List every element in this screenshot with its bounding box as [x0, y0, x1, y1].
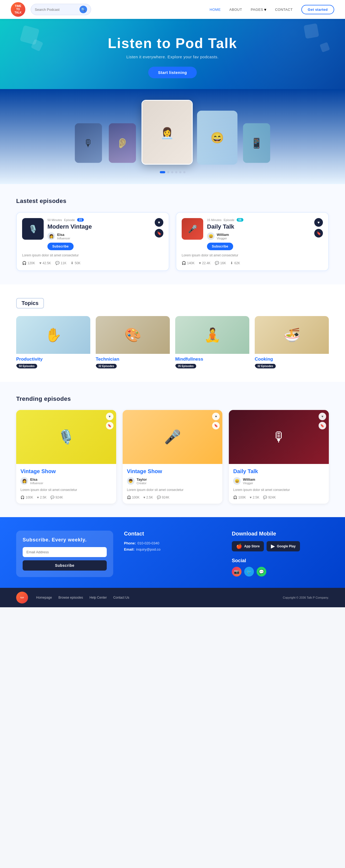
trending-thumb-2: 🎤 ♥ 🔖: [123, 410, 222, 464]
footer-subscribe-button[interactable]: Subscribe: [23, 560, 107, 570]
stat-listen-val-2: 140K: [187, 261, 195, 265]
trending-bookmark-btn-1[interactable]: 🔖: [106, 422, 113, 429]
trending-author-name-3: William: [243, 477, 255, 482]
episodes-grid: 🎙️ 50 Minutes Episode 15 Modern Vintage …: [16, 212, 329, 271]
footer-phone-val: 010-020-0340: [137, 541, 159, 545]
episode-card-2: 🎤 15 Minutes Episode 56 Daily Talk 😄 Wil…: [176, 212, 329, 271]
trending-avatar-1: 👩: [21, 477, 28, 485]
google-play-button[interactable]: ▶ Google Play: [267, 541, 300, 551]
bottom-bar: T2T Homepage Browse episodes Help Center…: [0, 588, 345, 607]
search-button[interactable]: 🔍: [79, 6, 87, 13]
trending-bookmark-btn-2[interactable]: 🔖: [212, 422, 220, 429]
episode-label-1: Episode: [64, 218, 75, 222]
footer-subscribe-title: Subscribe. Every weekly.: [23, 537, 107, 543]
bottom-link-contact[interactable]: Contact Us: [113, 596, 129, 599]
trending-author-role-1: Influencer: [30, 482, 43, 485]
host-card-candice[interactable]: 👩‍💼 Candice ✓ Storytelling Business: [141, 100, 193, 165]
trending-stats-3: 🎧 100K ♥ 2.5K 💬 924K: [233, 496, 324, 499]
trending-desc-2: Lorem ipsum dolor sit amet consectetur: [127, 488, 218, 492]
topic-card-technician[interactable]: 🎨 Technician 32 Episodes: [96, 316, 170, 368]
bottom-link-homepage[interactable]: Homepage: [36, 596, 52, 599]
dot-4[interactable]: [175, 171, 177, 173]
stat-download-val-1: 50K: [75, 261, 80, 265]
topic-card-cooking[interactable]: 🍜 Cooking 32 Episodes: [255, 316, 329, 368]
subscribe-button-1[interactable]: Subscribe: [47, 243, 74, 250]
app-store-button[interactable]: 🍎 App Store: [232, 541, 264, 551]
trending-card-3: 🎙 ♥ 🔖 Daily Talk 😄 William Vlogger Lorem…: [229, 410, 329, 504]
app-store-label: App Store: [244, 545, 260, 548]
trending-content-1: Vintage Show 👩 Elsa Influencer Lorem ips…: [16, 464, 116, 504]
trending-bookmark-btn-3[interactable]: 🔖: [319, 422, 326, 429]
trend-stat-3b: ♥ 2.5K: [250, 496, 259, 499]
dot-6[interactable]: [183, 171, 185, 173]
whatsapp-button[interactable]: 💬: [256, 567, 266, 577]
dot-2[interactable]: [167, 171, 169, 173]
trending-author-role-2: Creator: [137, 482, 147, 485]
trend-stat-1b-val: 2.5K: [40, 496, 47, 499]
stat-listen-1: 🎧 120K: [22, 261, 35, 265]
host-card-taylor[interactable]: 📱 Taylor Modelling: [243, 123, 270, 163]
trending-actions-1: ♥ 🔖: [106, 413, 113, 429]
instagram-button[interactable]: 📷: [232, 567, 242, 577]
topic-card-productivity[interactable]: ✋ Productivity 50 Episodes: [16, 316, 90, 368]
host-card-chan[interactable]: 🎙 Chan Education: [75, 123, 102, 163]
bookmark-button-1[interactable]: 🔖: [155, 229, 163, 238]
episode-thumb-2: 🎤: [182, 218, 203, 240]
topic-img-technician: 🎨: [96, 316, 170, 354]
nav-about[interactable]: ABOUT: [229, 7, 242, 11]
trending-card-1: 🎙️ ♥ 🔖 Vintage Show 👩 Elsa Influencer Lo…: [16, 410, 116, 504]
bottom-link-browse[interactable]: Browse episodes: [59, 596, 83, 599]
trending-like-btn-1[interactable]: ♥: [106, 413, 113, 420]
bottom-logo: T2T: [16, 592, 28, 603]
trending-author-name-1: Elsa: [30, 477, 43, 482]
dot-1[interactable]: [160, 171, 165, 173]
get-started-button[interactable]: Get started: [301, 5, 334, 14]
start-listening-button[interactable]: Start listening: [148, 67, 197, 78]
trending-avatar-3: 😄: [233, 477, 241, 485]
trend-stat-3c: 💬 924K: [263, 496, 276, 499]
trend-stat-2c: 💬 924K: [157, 496, 170, 499]
dot-3[interactable]: [171, 171, 173, 173]
episode-actions-2: ♥ 🔖: [314, 218, 323, 238]
stat-download-1: ⬇ 50K: [71, 261, 80, 265]
trending-like-btn-3[interactable]: ♥: [319, 413, 326, 420]
trending-like-btn-2[interactable]: ♥: [212, 413, 220, 420]
host-card-left[interactable]: 👂: [109, 123, 136, 163]
download-icon-2: ⬇: [230, 261, 233, 265]
bottom-link-help[interactable]: Help Center: [90, 596, 107, 599]
author-avatar-1: 👩: [47, 232, 55, 240]
episode-num-2: 56: [237, 218, 243, 222]
footer-download: Download Mobile 🍎 App Store ▶ Google Pla…: [232, 531, 329, 577]
dot-5[interactable]: [179, 171, 181, 173]
trending-actions-3: ♥ 🔖: [319, 413, 326, 429]
host-card-william[interactable]: 😄 William ✓ Creative Design: [197, 111, 237, 165]
like-button-2[interactable]: ♥: [314, 218, 323, 227]
episode-description-2: Lorem ipsum dolor sit amet consectetur: [182, 253, 323, 258]
search-input[interactable]: [35, 7, 78, 11]
like-button-1[interactable]: ♥: [155, 218, 163, 227]
apple-icon: 🍎: [236, 543, 242, 549]
trending-author-name-2: Taylor: [137, 477, 147, 482]
topic-card-mindfulness[interactable]: 🧘 Mindfullness 35 Episodes: [175, 316, 249, 368]
hero-title: Listen to Pod Talk: [0, 35, 345, 51]
footer-grid: Subscribe. Every weekly. Subscribe Conta…: [16, 531, 329, 577]
subscribe-button-2[interactable]: Subscribe: [207, 243, 233, 250]
nav-contact[interactable]: CONTACT: [275, 7, 292, 11]
trend-stat-2b: ♥ 2.5K: [143, 496, 153, 499]
bookmark-button-2[interactable]: 🔖: [314, 229, 323, 238]
twitter-button[interactable]: 🐦: [244, 567, 254, 577]
stat-download-2: ⬇ 62K: [230, 261, 240, 265]
trend-stat-1a: 🎧 100K: [21, 496, 33, 499]
nav-pages[interactable]: PAGES: [251, 7, 263, 11]
author-role-1: Influencer: [57, 237, 70, 240]
headphone-icon-2: 🎧: [182, 261, 186, 265]
footer-email-input[interactable]: [23, 547, 107, 557]
hero-subtitle: Listen it everywhere. Explore your fav p…: [0, 55, 345, 59]
trending-thumb-1: 🎙️ ♥ 🔖: [16, 410, 116, 464]
trending-thumb-icon-3: 🎙: [272, 429, 286, 445]
latest-episodes-section: Lastest episodes 🎙️ 50 Minutes Episode 1…: [0, 184, 345, 284]
hero-section: Listen to Pod Talk Listen it everywhere.…: [0, 19, 345, 89]
trending-thumb-icon-1: 🎙️: [58, 429, 74, 445]
author-role-2: Vlogger: [217, 237, 229, 240]
nav-home[interactable]: HOME: [210, 7, 221, 11]
